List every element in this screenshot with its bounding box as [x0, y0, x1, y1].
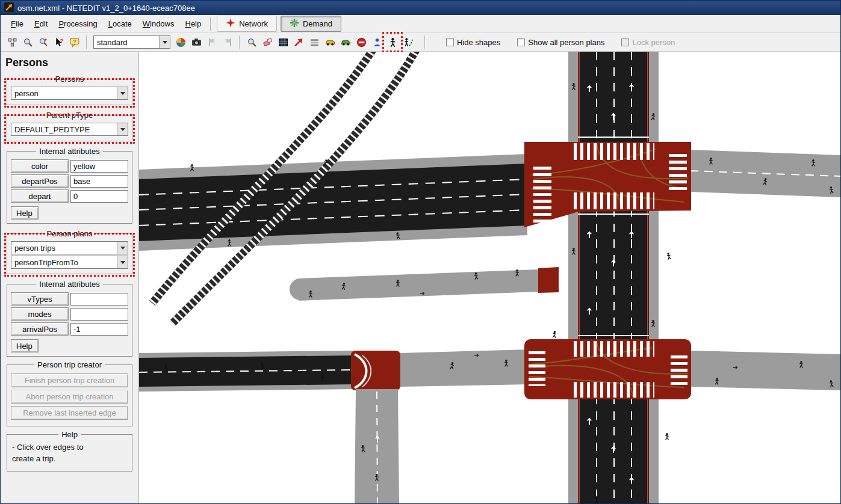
help-button-person-attrs[interactable]: Help	[11, 206, 39, 220]
network-supermode-button[interactable]: Network	[217, 16, 277, 32]
persons-frame: Persons Persons person Parent pType DEFA…	[1, 52, 139, 503]
arrivalpos-attribute-input[interactable]	[70, 323, 128, 336]
question-bubble-icon[interactable]: ?	[67, 34, 82, 50]
departpos-attribute-input[interactable]	[70, 175, 128, 188]
south-west-road[interactable]	[139, 349, 529, 503]
camera-icon[interactable]	[188, 34, 204, 50]
junction-grid-icon[interactable]	[4, 34, 20, 50]
help-cursor-icon[interactable]: ?	[51, 34, 67, 50]
separator	[86, 35, 87, 49]
vehicle-type-mode-icon[interactable]	[338, 34, 353, 50]
vtypes-attribute-button[interactable]: vTypes	[11, 292, 69, 306]
parent-ptype-group: Parent pType DEFAULT_PEDTYPE	[7, 111, 132, 141]
chevron-down-icon[interactable]	[117, 256, 128, 268]
delete-mode-icon[interactable]	[259, 34, 275, 50]
app-icon	[4, 2, 14, 14]
help-line: - Click over edges to	[12, 442, 127, 453]
tool-bar: ? ? standard	[1, 33, 840, 52]
stop-mode-icon[interactable]	[353, 34, 369, 50]
menu-edit[interactable]: Edit	[29, 16, 53, 31]
arrivalpos-attribute-button[interactable]: arrivalPos	[11, 322, 69, 336]
plan-type-combo[interactable]: person trips	[11, 241, 128, 254]
vehicle-mode-icon[interactable]	[322, 34, 338, 50]
internal-attributes-person-group: Internal attributes color departPos depa…	[7, 147, 132, 224]
checkbox-box	[621, 38, 629, 46]
person-plans-group: Person plans person trips personTripFrom…	[7, 229, 132, 274]
view-scheme-combo[interactable]: standard	[93, 35, 170, 49]
remove-last-edge-button: Remove last inserted edge	[11, 406, 128, 420]
color-attribute-button[interactable]: color	[11, 159, 69, 173]
vtypes-attribute-input[interactable]	[70, 293, 128, 306]
help-button-plan-attrs[interactable]: Help	[11, 339, 39, 352]
separator	[239, 35, 240, 49]
tutorial-highlight-person-plans	[4, 233, 135, 277]
svg-text:?: ?	[60, 37, 63, 44]
menu-bar: File Edit Processing Locate Windows Help…	[1, 15, 840, 33]
departpos-attribute-button[interactable]: departPos	[11, 174, 69, 188]
network-supermode-icon	[226, 18, 235, 29]
window-title: osm.net.xml - NETEDIT v1_2_0+1640-eceac7…	[17, 4, 195, 13]
person-plan-mode-icon[interactable]	[400, 34, 416, 50]
inspect-mode-icon[interactable]	[244, 34, 259, 50]
modes-attribute-input[interactable]	[70, 308, 128, 321]
east-road-lower[interactable]	[691, 351, 840, 390]
internal-attributes-plan-group: Internal attributes vTypes modes arrival…	[7, 280, 132, 357]
checkbox-box[interactable]	[446, 38, 454, 46]
chevron-down-icon[interactable]	[117, 123, 128, 135]
help-line: create a trip.	[12, 453, 127, 465]
network-canvas[interactable]	[139, 52, 840, 503]
menu-processing[interactable]: Processing	[53, 16, 102, 31]
svg-text:?: ?	[73, 38, 76, 45]
depart-attribute-button[interactable]: depart	[11, 189, 69, 203]
abort-person-trip-button: Abort person trip creation	[11, 390, 128, 404]
depart-attribute-input[interactable]	[70, 190, 128, 203]
chevron-down-icon[interactable]	[117, 242, 128, 254]
finish-person-trip-button: Finish person trip creation	[11, 373, 128, 387]
demand-supermode-button[interactable]: Demand	[281, 16, 341, 32]
color-attribute-input[interactable]	[70, 160, 128, 173]
demand-supermode-icon	[290, 18, 299, 29]
title-bar: osm.net.xml - NETEDIT v1_2_0+1640-eceac7…	[1, 1, 840, 15]
chevron-down-icon[interactable]	[159, 36, 170, 48]
move-mode-icon[interactable]	[291, 34, 306, 50]
junction-2[interactable]	[524, 339, 691, 399]
zoom-icon[interactable]	[20, 34, 36, 50]
menu-help[interactable]: Help	[179, 16, 206, 31]
separator	[424, 35, 426, 49]
east-road-upper[interactable]	[690, 150, 840, 197]
chevron-down-icon[interactable]	[117, 87, 128, 99]
route-mode-icon[interactable]	[306, 34, 322, 50]
help-group: Help - Click over edges to create a trip…	[7, 430, 132, 472]
person-trip-creator-group: Person trip creator Finish person trip c…	[7, 360, 132, 426]
ptype-combo[interactable]: DEFAULT_PEDTYPE	[11, 123, 128, 136]
checkbox-box[interactable]	[517, 38, 525, 46]
separator	[210, 17, 211, 31]
color-wheel-icon[interactable]	[173, 34, 188, 50]
plan-mode-combo[interactable]: personTripFromTo	[11, 256, 128, 269]
view-scheme-value: standard	[94, 38, 159, 47]
flag-forward-icon	[220, 34, 235, 50]
menu-windows[interactable]: Windows	[137, 16, 180, 31]
show-all-person-plans-checkbox[interactable]: Show all person plans	[517, 38, 604, 47]
page-title: Persons	[5, 57, 138, 69]
flag-back-icon	[204, 34, 220, 50]
locate-icon[interactable]	[36, 34, 51, 50]
lock-person-checkbox: Lock person	[621, 38, 675, 47]
menu-file[interactable]: File	[5, 16, 29, 31]
person-mode-icon[interactable]	[385, 34, 400, 50]
persons-group: Persons person	[7, 75, 132, 105]
hide-shapes-checkbox[interactable]: Hide shapes	[446, 38, 500, 47]
select-mode-icon[interactable]	[275, 34, 291, 50]
menu-locate[interactable]: Locate	[103, 16, 137, 31]
main-horizontal-road[interactable]	[139, 154, 527, 251]
person-combo[interactable]: person	[11, 87, 128, 100]
modes-attribute-button[interactable]: modes	[11, 307, 69, 321]
person-type-mode-icon[interactable]	[369, 34, 385, 50]
